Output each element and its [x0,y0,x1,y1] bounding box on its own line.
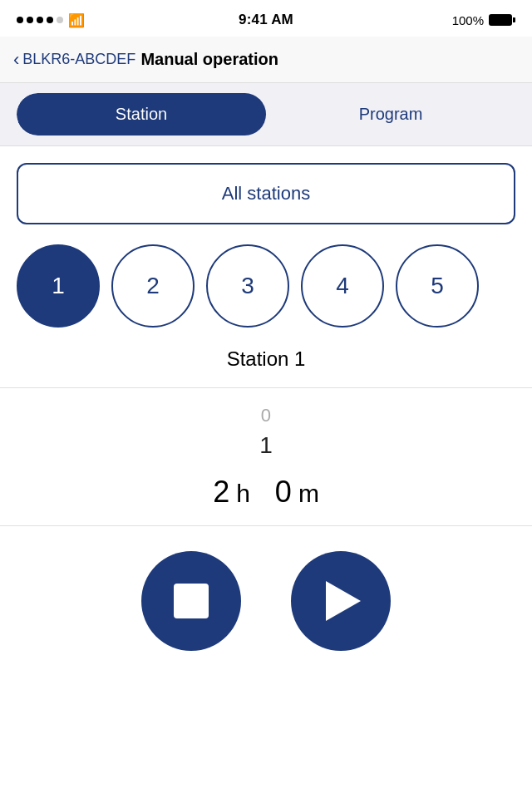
signal-dots [17,17,63,23]
hour-above-value: 0 [261,401,271,429]
minutes-unit: m [298,480,319,508]
page-title-text: Manual operation [140,50,278,68]
station-circles: 1 2 3 4 5 [17,244,515,328]
station-circle-1[interactable]: 1 [17,244,100,328]
minutes-group: 0 m [275,475,319,510]
play-button[interactable] [291,551,391,651]
battery-body [489,14,512,26]
segment-area: Station Program [0,83,532,146]
signal-dot-2 [27,17,33,23]
time-picker-area[interactable]: 0 1 2 h 0 m [0,387,532,526]
back-button[interactable]: ‹ BLKR6-ABCDEF [13,51,135,69]
page-title: Manual operation [140,50,278,69]
hour-scroll-col: 0 1 [259,401,273,462]
nav-bar: ‹ BLKR6-ABCDEF Manual operation [0,37,532,83]
play-icon [326,581,361,621]
station-selected-label: Station 1 [17,347,515,371]
minutes-value: 0 [275,475,292,510]
time-picker-scroll: 0 1 [259,397,273,467]
battery-percent: 100% [452,13,484,27]
time-picker-display: 2 h 0 m [180,468,352,516]
station-circle-5[interactable]: 5 [396,244,479,328]
tab-station[interactable]: Station [17,93,266,135]
stop-icon [174,584,209,618]
hours-unit: h [236,480,250,508]
back-device-label: BLKR6-ABCDEF [22,51,135,68]
wifi-icon: 📶 [68,12,85,28]
segment-control: Station Program [17,93,515,135]
hour-selected-value: 1 [259,429,273,462]
stop-button[interactable] [141,551,241,651]
status-bar: 📶 9:41 AM 100% [0,0,532,37]
battery-icon [489,14,515,26]
status-time: 9:41 AM [239,12,293,28]
main-content: All stations 1 2 3 4 5 Station 1 [0,146,532,371]
hours-group: 2 h [213,475,250,510]
signal-dot-1 [17,17,23,23]
status-right: 100% [452,13,515,27]
battery-tip [513,17,515,22]
signal-dot-5 [57,17,63,23]
control-buttons [0,526,532,684]
tab-program[interactable]: Program [266,93,515,135]
station-circle-2[interactable]: 2 [111,244,195,328]
hours-value: 2 [213,475,229,510]
station-circle-3[interactable]: 3 [206,244,289,328]
signal-dot-4 [47,17,53,23]
all-stations-button[interactable]: All stations [17,163,515,224]
signal-dot-3 [37,17,43,23]
station-circle-4[interactable]: 4 [301,244,384,328]
status-left: 📶 [17,12,85,28]
back-chevron-icon: ‹ [13,51,19,69]
